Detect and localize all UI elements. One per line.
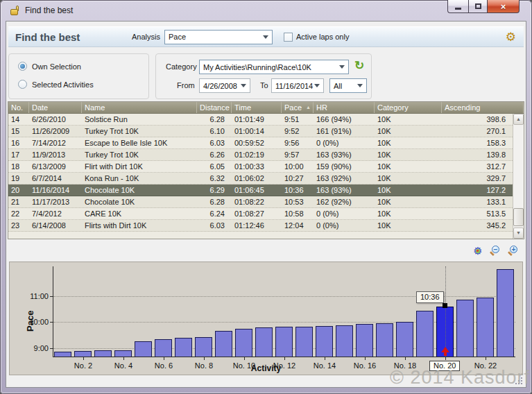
y-tick-label: 9:00 [25,344,49,352]
settings-gear-icon[interactable]: ⚙ [506,31,516,43]
active-laps-checkbox[interactable] [284,33,293,42]
table-row[interactable]: 227/4/2012CARE 10K6.2401:08:2710:580 (0%… [8,208,513,220]
bar[interactable] [215,331,232,357]
cell: 0 (0%) [314,137,375,148]
category-select[interactable]: My Activities\Running\Race\10K [199,60,349,74]
scrollbar-thumb[interactable] [513,208,524,226]
zoom-in-icon[interactable]: + [508,245,520,257]
bar[interactable] [235,329,252,357]
bar[interactable] [477,298,494,357]
zoom-out-icon[interactable]: − [490,245,502,257]
cell: 10:58 [282,208,314,219]
column-header-category[interactable]: Category [375,102,442,113]
column-header-pace[interactable]: Pace▲ [282,102,314,113]
chart-settings-icon[interactable]: ⚙ [472,245,484,257]
bar[interactable] [416,311,434,357]
maximize-button[interactable] [468,0,488,13]
column-header-distance[interactable]: Distance [197,102,232,113]
table-row[interactable]: 2111/17/2013Chocolate 10K6.2801:08:2210:… [8,196,513,208]
bar[interactable] [74,351,92,357]
bar[interactable] [295,327,313,357]
table-row[interactable]: 1711/9/2013Turkey Trot 10K6.2601:02:199:… [8,149,513,161]
table-row[interactable]: 236/14/2008Flirts with Dirt 10K6.0301:12… [8,220,513,232]
cell: Escape to Belle Isle 10K [82,137,197,148]
x-tick-mark [244,357,245,360]
bar[interactable] [155,339,172,357]
selection-marker[interactable] [443,303,447,308]
bar[interactable] [255,327,273,357]
bar[interactable] [316,326,333,357]
column-header-ascending[interactable]: Ascending [442,102,524,113]
refresh-icon[interactable]: ↻ [354,60,364,71]
column-header-name[interactable]: Name [82,102,197,113]
cell: 01:12:46 [232,220,282,231]
cell: Solstice Run [82,114,197,125]
cell: 6.24 [197,208,232,219]
cell: 0 (0%) [314,208,375,219]
bar[interactable] [94,350,112,357]
resize-grip[interactable] [515,377,523,385]
bar[interactable] [396,322,413,357]
bar[interactable] [275,327,293,357]
bar[interactable] [135,341,152,357]
selected-activities-radio[interactable] [18,80,27,89]
scroll-up-icon[interactable]: ▲ [513,114,524,125]
table-header-row: No.DateNameDistanceTimePace▲HRCategoryAs… [8,102,524,114]
table-row[interactable]: 196/7/2014Kona Run - 10K6.3201:06:0210:2… [8,173,513,185]
bar[interactable] [356,324,373,357]
selected-activities-label: Selected Activities [32,80,94,89]
title-bar[interactable]: Find the best × [0,0,532,21]
cell: 161 (91%) [314,126,375,137]
table-row[interactable]: 167/14/2012Escape to Belle Isle 10K6.030… [8,137,513,149]
scroll-down-icon[interactable]: ▼ [513,228,524,239]
y-tick-mark [50,348,53,349]
cell: 01:00:33 [232,161,282,172]
bar[interactable] [497,269,514,357]
bar[interactable] [114,350,132,357]
table-row[interactable]: 186/13/2009Flirt with Dirt 10K6.0501:00:… [8,161,513,173]
to-date-picker[interactable]: 11/16/2014 [271,78,324,93]
cell: 01:08:22 [232,196,282,207]
cell: 163 (93%) [314,149,375,160]
analysis-value: Pace [169,33,186,41]
column-header-time[interactable]: Time [232,102,282,113]
cell: 6.03 [197,220,232,231]
cell: 6/26/2010 [29,114,82,125]
table-row[interactable]: 2011/16/2014Chocolate 10K6.2901:06:4510:… [8,185,513,196]
bar[interactable] [175,338,192,357]
column-header-hr[interactable]: HR [314,102,375,113]
from-date-picker[interactable]: 4/26/2008 [199,78,250,93]
bar[interactable] [336,325,353,357]
bar[interactable] [195,337,212,357]
analysis-label: Analysis [132,33,160,41]
minimize-button[interactable] [447,0,468,13]
bar[interactable] [54,352,71,357]
close-button[interactable]: × [488,0,520,13]
vertical-scrollbar[interactable]: ▲ ▼ [513,114,524,239]
cell: 10K [375,149,442,160]
bar[interactable] [376,323,393,357]
column-header-no[interactable]: No. [8,102,29,113]
cell: 6.32 [197,173,232,184]
table-row[interactable]: 1511/26/2009Turkey Trot 10K6.1001:00:149… [8,126,513,137]
bar[interactable] [456,300,474,357]
cell: 10:53 [282,196,314,207]
x-tick-label: No. 8 [188,361,220,370]
equipment-select[interactable]: All [329,78,367,93]
cell: 127.2 [442,185,513,196]
cell: 6.05 [197,161,232,172]
cell: 11/16/2014 [29,185,82,196]
own-selection-radio[interactable] [18,62,27,71]
cell: 01:08:27 [232,208,282,219]
column-header-date[interactable]: Date [29,102,82,113]
magnifier-lens: − [492,246,499,253]
cell: 6.28 [197,114,232,125]
cell: 6.28 [197,196,232,207]
analysis-select[interactable]: Pace [164,30,273,44]
selected-x-tick-label[interactable]: No. 20 [429,361,460,371]
table-row[interactable]: 146/26/2010Solstice Run6.2801:01:499:511… [8,114,513,126]
cell: 10K [375,161,442,172]
cell: Flirt with Dirt 10K [82,161,197,172]
chevron-down-icon [241,84,246,87]
cell: CARE 10K [82,208,197,219]
